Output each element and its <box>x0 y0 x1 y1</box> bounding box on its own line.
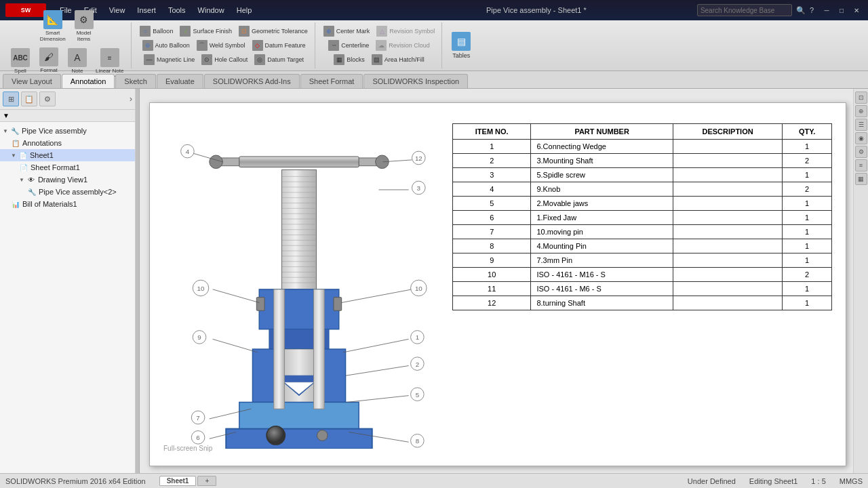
surface-finish-label: Surface Finish <box>193 28 232 35</box>
minimize-button[interactable]: ─ <box>821 4 833 16</box>
bom-cell-desc <box>673 182 783 197</box>
search-input[interactable] <box>697 4 792 16</box>
help-icon[interactable]: ? <box>810 6 814 14</box>
hole-callout-button[interactable]: ⊙ Hole Callout <box>199 53 250 66</box>
bom-header-qty: QTY. <box>783 124 832 140</box>
assembly-icon: 🔧 <box>10 126 20 136</box>
magnetic-line-label: Magnetic Line <box>157 56 195 63</box>
tree-drawing-view1[interactable]: ▼ 👁 Drawing View1 <box>0 174 135 186</box>
bom-table-container: ITEM NO. PART NUMBER DESCRIPTION QTY. 1 … <box>452 123 832 310</box>
note-icon: A <box>68 48 87 67</box>
smart-dimension-button[interactable]: 📐 SmartDimension <box>37 8 69 45</box>
bom-cell-part: ISO - 4161 - M6 - S <box>531 282 673 296</box>
bom-cell-qty: 1 <box>783 168 832 182</box>
ribbon-tabs: View Layout Annotation Sketch Evaluate S… <box>0 71 868 89</box>
tables-icon: ▤ <box>452 32 471 51</box>
tab-addins[interactable]: SOLIDWORKS Add-Ins <box>204 74 300 88</box>
bom-cell-part: 5.Spidle screw <box>531 168 673 182</box>
surface-finish-button[interactable]: √ Surface Finish <box>177 24 235 38</box>
svg-text:1: 1 <box>416 333 419 341</box>
sidebar-resize-handle[interactable] <box>136 89 140 473</box>
tab-evaluate[interactable]: Evaluate <box>157 74 203 88</box>
model-items-button[interactable]: ⚙ ModelItems <box>71 8 98 45</box>
datum-target-button[interactable]: ◎ Datum Target <box>252 53 307 66</box>
blocks-button[interactable]: ▦ Blocks <box>331 53 368 66</box>
revision-symbol-button[interactable]: △ Revision Symbol <box>374 24 437 38</box>
tab-sheet-format[interactable]: Sheet Format <box>300 74 363 88</box>
tree-sheet-format1[interactable]: 📄 Sheet Format1 <box>0 161 135 174</box>
tree-sheet1[interactable]: ▼ 📄 Sheet1 <box>0 149 135 161</box>
rs-btn-3[interactable]: ☰ <box>855 119 867 131</box>
tables-button[interactable]: ▤ Tables <box>448 30 475 61</box>
rs-btn-1[interactable]: ⊡ <box>855 92 867 104</box>
svg-rect-33 <box>226 429 372 449</box>
tab-sketch[interactable]: Sketch <box>115 74 156 88</box>
rs-btn-6[interactable]: ≡ <box>855 159 867 171</box>
surface-finish-icon: √ <box>180 26 191 37</box>
tree-label-sheet1: Sheet1 <box>30 151 54 159</box>
svg-text:9: 9 <box>197 333 201 341</box>
rs-btn-4[interactable]: ◉ <box>855 132 867 144</box>
weld-symbol-label: Weld Symbol <box>210 42 245 49</box>
config-manager-tab[interactable]: ⚙ <box>39 92 56 106</box>
bom-table: ITEM NO. PART NUMBER DESCRIPTION QTY. 1 … <box>452 123 832 310</box>
area-hatch-label: Area Hatch/Fill <box>384 56 425 63</box>
tree-pipe-vice-2[interactable]: 🔧 Pipe Vice assembly<2> <box>0 186 135 198</box>
pipe-vice-drawing: 4 12 3 10 10 9 <box>170 123 428 449</box>
magnetic-line-button[interactable]: — Magnetic Line <box>141 53 197 66</box>
tree-label-annotations: Annotations <box>22 139 62 147</box>
add-sheet-tab[interactable]: + <box>197 476 216 486</box>
rs-btn-2[interactable]: ⊕ <box>855 105 867 117</box>
datum-target-icon: ◎ <box>254 54 265 65</box>
drawing-canvas[interactable]: ITEM NO. PART NUMBER DESCRIPTION QTY. 1 … <box>136 89 853 473</box>
svg-rect-28 <box>334 298 342 311</box>
menu-insert[interactable]: Insert <box>132 5 161 16</box>
datum-feature-button[interactable]: ◇ Datum Feature <box>250 39 309 52</box>
centerline-button[interactable]: ╌ Centerline <box>326 39 372 52</box>
svg-rect-37 <box>314 289 325 409</box>
menu-view[interactable]: View <box>104 5 131 16</box>
tab-annotation[interactable]: Annotation <box>62 74 115 88</box>
close-button[interactable]: ✕ <box>850 4 863 16</box>
center-mark-button[interactable]: ⊕ Center Mark <box>321 24 373 38</box>
tree-bom[interactable]: 📊 Bill of Materials1 <box>0 198 135 210</box>
area-hatch-button[interactable]: ▨ Area Hatch/Fill <box>369 53 427 66</box>
menu-window[interactable]: Window <box>193 5 230 16</box>
svg-text:10: 10 <box>197 285 205 292</box>
blocks-icon: ▦ <box>334 54 344 65</box>
rs-btn-5[interactable]: ⚙ <box>855 146 867 158</box>
feature-manager-tab[interactable]: ⊞ <box>3 92 19 106</box>
revision-cloud-icon: ☁ <box>376 40 387 51</box>
balloon-button[interactable]: ○ Balloon <box>137 24 176 38</box>
weld-symbol-button[interactable]: ⌒ Weld Symbol <box>194 39 248 52</box>
filter-icon[interactable]: ▼ <box>3 112 9 119</box>
menu-tools[interactable]: Tools <box>163 5 191 16</box>
right-sidebar: ⊡ ⊕ ☰ ◉ ⚙ ≡ ▦ <box>853 89 868 473</box>
rs-btn-7[interactable]: ▦ <box>855 173 867 185</box>
bom-cell-desc <box>673 282 783 296</box>
centermark-group: ⊕ Center Mark △ Revision Symbol ╌ Center… <box>317 22 443 68</box>
sidebar-expand-arrow[interactable]: › <box>130 94 132 104</box>
search-icon[interactable]: 🔍 <box>796 6 806 15</box>
property-manager-tab[interactable]: 📋 <box>21 92 37 106</box>
revision-cloud-button[interactable]: ☁ Revision Cloud <box>373 39 433 52</box>
format-painter-icon: 🖌 <box>39 47 58 66</box>
spell-checker-icon: ABC <box>11 48 30 67</box>
bom-cell-desc <box>673 211 783 225</box>
auto-balloon-button[interactable]: ⊚ Auto Balloon <box>140 39 193 52</box>
tree-annotations[interactable]: 📋 Annotations <box>0 137 135 149</box>
svg-line-47 <box>346 366 409 376</box>
model-items-icon: ⚙ <box>75 10 94 29</box>
restore-button[interactable]: □ <box>835 4 848 16</box>
sheet-tab-1[interactable]: Sheet1 <box>159 476 197 486</box>
auto-balloon-label: Auto Balloon <box>155 42 190 49</box>
geo-tolerance-icon: ⊡ <box>239 26 250 37</box>
svg-rect-36 <box>274 289 285 409</box>
menu-help[interactable]: Help <box>231 5 258 16</box>
sidebar-toolbar: ⊞ 📋 ⚙ › <box>0 89 135 110</box>
magnetic-line-icon: — <box>144 54 155 65</box>
tab-inspection[interactable]: SOLIDWORKS Inspection <box>363 74 468 88</box>
tree-pipe-vice-assembly[interactable]: ▼ 🔧 Pipe Vice assembly <box>0 125 135 137</box>
geo-tolerance-button[interactable]: ⊡ Geometric Tolerance <box>236 24 311 38</box>
tab-view-layout[interactable]: View Layout <box>3 74 61 88</box>
